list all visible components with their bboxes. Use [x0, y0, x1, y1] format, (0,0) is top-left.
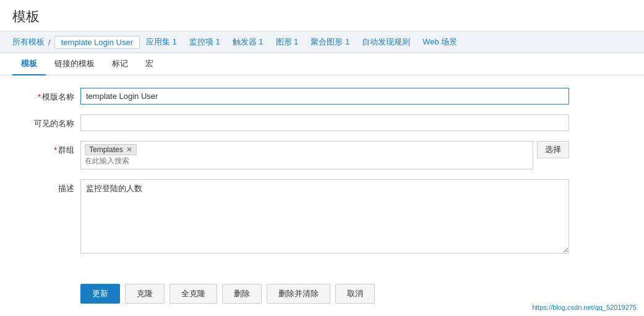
template-name-input[interactable]	[80, 88, 569, 105]
breadcrumb-nav-trigger[interactable]: 触发器 1	[233, 35, 264, 49]
visible-name-row: 可见的名称	[25, 114, 569, 131]
clone-button[interactable]: 克隆	[125, 284, 165, 304]
description-control: 监控登陆的人数	[80, 179, 569, 255]
full-clone-button[interactable]: 全克隆	[170, 284, 217, 304]
footer-link[interactable]: https://blog.csdn.net/qq_52019275	[532, 304, 637, 310]
tab-bar: 模板 链接的模板 标记 宏	[0, 53, 644, 75]
group-label: *群组	[25, 141, 80, 156]
group-control: Templates ✕ 选择	[80, 141, 569, 169]
delete-button[interactable]: 删除	[222, 284, 262, 304]
breadcrumb-active[interactable]: template Login User	[54, 36, 140, 49]
breadcrumb-nav-graph[interactable]: 图形 1	[276, 35, 299, 49]
tab-macro[interactable]: 宏	[137, 53, 162, 75]
group-row: *群组 Templates ✕ 选择	[25, 141, 569, 169]
update-button[interactable]: 更新	[80, 284, 120, 304]
breadcrumb-nav-monitor[interactable]: 监控项 1	[189, 35, 220, 49]
breadcrumb-nav-composite[interactable]: 聚合图形 1	[311, 35, 350, 49]
breadcrumb-separator: /	[48, 38, 51, 47]
delete-and-clear-button[interactable]: 删除并清除	[267, 284, 330, 304]
group-input-area[interactable]: Templates ✕	[80, 141, 533, 169]
breadcrumb-nav-app-set[interactable]: 应用集 1	[146, 35, 177, 49]
cancel-button[interactable]: 取消	[335, 284, 375, 304]
breadcrumb-nav-web-scene[interactable]: Web 场景	[423, 35, 457, 49]
page-title: 模板	[12, 7, 632, 26]
tab-tag[interactable]: 标记	[103, 53, 137, 75]
group-select-button[interactable]: 选择	[537, 141, 569, 158]
group-field-wrap: Templates ✕ 选择	[80, 141, 569, 169]
tab-linked[interactable]: 链接的模板	[46, 53, 103, 75]
visible-name-label: 可见的名称	[25, 114, 80, 129]
group-search-input[interactable]	[85, 155, 529, 166]
required-star-group: *	[54, 145, 57, 155]
description-label: 描述	[25, 179, 80, 194]
template-name-row: *模版名称	[25, 88, 569, 105]
tab-template[interactable]: 模板	[12, 53, 46, 75]
template-name-control	[80, 88, 569, 105]
group-tag-templates: Templates ✕	[85, 144, 137, 155]
page-header: 模板	[0, 0, 644, 32]
breadcrumb-nav: 应用集 1 监控项 1 触发器 1 图形 1 聚合图形 1 自动发现规则 Web…	[146, 35, 457, 49]
group-tag-close[interactable]: ✕	[126, 145, 132, 154]
visible-name-input[interactable]	[80, 114, 569, 131]
breadcrumb-all-templates[interactable]: 所有模板	[12, 36, 45, 48]
required-star-name: *	[38, 92, 41, 101]
description-textarea[interactable]: 监控登陆的人数	[80, 179, 569, 254]
breadcrumb-bar: 所有模板 / template Login User 应用集 1 监控项 1 触…	[0, 32, 644, 53]
template-name-label: *模版名称	[25, 88, 80, 103]
description-row: 描述 监控登陆的人数	[25, 179, 569, 255]
visible-name-control	[80, 114, 569, 131]
breadcrumb-nav-discovery[interactable]: 自动发现规则	[362, 35, 410, 49]
form-area: *模版名称 可见的名称 *群组 Templates ✕	[0, 75, 594, 278]
